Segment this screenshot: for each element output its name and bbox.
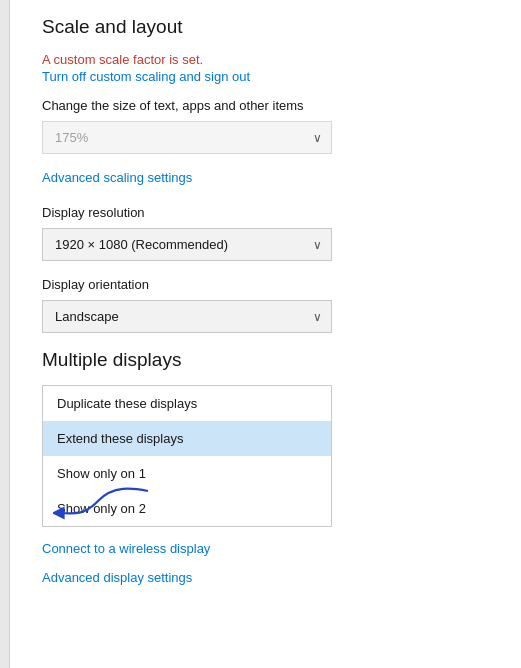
orientation-dropdown-wrapper: Landscape ∨ <box>42 300 489 333</box>
orientation-dropdown[interactable]: Landscape <box>42 300 332 333</box>
advanced-scaling-link[interactable]: Advanced scaling settings <box>42 170 489 185</box>
connect-wireless-link[interactable]: Connect to a wireless display <box>42 541 489 556</box>
display-orientation-label: Display orientation <box>42 277 489 292</box>
list-item-duplicate[interactable]: Duplicate these displays <box>43 386 331 421</box>
change-size-label: Change the size of text, apps and other … <box>42 98 489 113</box>
resolution-section: Display resolution 1920 × 1080 (Recommen… <box>42 205 489 261</box>
multiple-displays-section: Multiple displays Duplicate these displa… <box>42 349 489 556</box>
display-resolution-label: Display resolution <box>42 205 489 220</box>
scale-dropdown[interactable]: 175% <box>42 121 332 154</box>
list-item-show1[interactable]: Show only on 1 <box>43 456 331 491</box>
orientation-section: Display orientation Landscape ∨ <box>42 277 489 333</box>
main-content: Scale and layout A custom scale factor i… <box>10 0 521 668</box>
custom-scale-warning: A custom scale factor is set. <box>42 52 489 67</box>
scale-layout-title: Scale and layout <box>42 16 489 38</box>
list-item-extend[interactable]: Extend these displays <box>43 421 331 456</box>
sidebar <box>0 0 10 668</box>
multiple-displays-title: Multiple displays <box>42 349 489 371</box>
resolution-dropdown[interactable]: 1920 × 1080 (Recommended) <box>42 228 332 261</box>
resolution-dropdown-wrapper: 1920 × 1080 (Recommended) ∨ <box>42 228 489 261</box>
multiple-displays-dropdown-list: Duplicate these displays Extend these di… <box>42 385 332 527</box>
advanced-display-link[interactable]: Advanced display settings <box>42 570 489 585</box>
list-item-show2[interactable]: Show only on 2 <box>43 491 331 526</box>
scale-dropdown-wrapper: 175% ∨ <box>42 121 489 154</box>
turn-off-scaling-link[interactable]: Turn off custom scaling and sign out <box>42 69 489 84</box>
